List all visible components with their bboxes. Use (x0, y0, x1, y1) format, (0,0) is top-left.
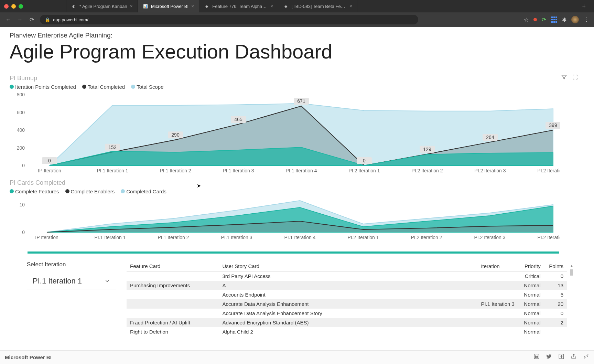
y-tick-label: 0 (22, 229, 25, 235)
browser-tab[interactable]: ◆ Feature 776: Team Alpha Featu × (199, 0, 278, 12)
burnup-chart-svg[interactable]: 0200400600800 0 152 290 465 671 0 129 (10, 92, 560, 174)
browser-menu-icon[interactable]: ⋮ (584, 17, 589, 23)
table-cell: Accurate Data Analysis Enhancement Story (219, 309, 478, 318)
browser-tab[interactable]: ◐ * Agile Program Kanban × (66, 0, 138, 12)
x-tick-label: IP Iteration (38, 168, 61, 173)
profile-avatar-icon[interactable] (571, 16, 579, 23)
scroll-thumb[interactable] (570, 269, 573, 276)
feature-table[interactable]: Feature CardUser Story CardIterationPrio… (127, 261, 567, 336)
new-tab-button[interactable]: + (578, 3, 590, 10)
svg-text:152: 152 (108, 144, 117, 150)
scroll-up-icon[interactable]: ▴ (571, 263, 573, 268)
table-row[interactable]: Accurate Data Analysis EnhancementPI.1 I… (127, 299, 567, 309)
x-tick-label: PI.2 Iteration 3 (474, 168, 506, 173)
twitter-share-icon[interactable] (546, 353, 552, 361)
extension-indicator-icon[interactable] (533, 18, 537, 21)
data-label: 671 (294, 98, 309, 105)
footer-page-tab[interactable]: Microsoft Power BI (5, 354, 52, 360)
table-header-cell[interactable]: Iteration (477, 261, 518, 271)
share-icon[interactable] (571, 353, 577, 361)
browser-tab[interactable]: ◆ [TBD-583] Team Beta Feature × (278, 0, 357, 12)
legend-label: Completed Cards (126, 189, 166, 194)
cards-chart-svg[interactable]: 010IP IterationPI.1 Iteration 1PI.1 Iter… (10, 196, 560, 241)
tab-favicon: ⋯ (56, 3, 60, 9)
viz-pi-cards[interactable]: PI Cards Completed Complete FeaturesComp… (10, 179, 584, 241)
table-cell (477, 318, 518, 327)
table-cell: Normal (518, 290, 544, 299)
table-scrollbar[interactable]: ▴ ▾ (569, 263, 574, 276)
svg-text:399: 399 (549, 122, 557, 128)
window-minimize-dot[interactable] (11, 4, 16, 9)
accent-divider (28, 251, 559, 254)
svg-text:290: 290 (171, 132, 180, 138)
table-row[interactable]: 3rd Party API AccessCritical0 (127, 271, 567, 281)
table-cell: Critical (518, 271, 544, 281)
table-row[interactable]: Purchasing ImprovementsANormal13 (127, 281, 567, 290)
data-label: 0 (42, 157, 57, 164)
table-cell (477, 290, 518, 299)
slicer-value: PI.1 Iteration 1 (33, 277, 82, 286)
table-cell: Accurate Data Analysis Enhancement (219, 299, 478, 309)
legend-item[interactable]: Complete Features (10, 189, 59, 194)
table-cell (127, 290, 219, 299)
table-cell: Purchasing Improvements (127, 281, 219, 290)
x-tick-label: PI.2 Iteration 4 (537, 168, 560, 173)
legend-item[interactable]: Total Scope (131, 84, 163, 90)
nav-reload-icon[interactable]: ⟳ (28, 17, 35, 23)
table-row[interactable]: Accounts EndpointNormal5 (127, 290, 567, 299)
linkedin-share-icon[interactable] (533, 353, 540, 361)
report-overline: Planview Enterprise Agile Planning: (10, 32, 584, 39)
tab-close-icon[interactable]: × (191, 3, 194, 9)
data-label: 264 (483, 134, 498, 141)
address-url: app.powerbi.com/ (53, 17, 88, 22)
svg-text:0: 0 (363, 158, 366, 163)
window-close-dot[interactable] (4, 4, 9, 9)
table-cell: Advanced Encryption Standard (AES) (219, 318, 478, 327)
tab-close-icon[interactable]: × (270, 3, 273, 9)
browser-tab[interactable]: ⋯ (36, 0, 51, 12)
table-header-cell[interactable]: User Story Card (219, 261, 478, 271)
browser-tab[interactable]: 📊 Microsoft Power BI × (138, 0, 199, 12)
nav-back-icon[interactable]: ← (5, 17, 12, 23)
tab-close-icon[interactable]: × (349, 3, 352, 9)
slicer-dropdown[interactable]: PI.1 Iteration 1 (27, 273, 116, 289)
table-cell: Normal (518, 318, 544, 327)
window-zoom-dot[interactable] (19, 4, 23, 9)
table-cell: A (219, 281, 478, 290)
address-omnibox[interactable]: 🔒 app.powerbi.com/ (40, 15, 418, 24)
legend-item[interactable]: Total Completed (82, 84, 125, 90)
bookmark-star-icon[interactable]: ☆ (524, 17, 529, 23)
legend-item[interactable]: Completed Cards (121, 189, 166, 194)
table-header-cell[interactable]: Priority (518, 261, 544, 271)
table-header-cell[interactable]: Points (544, 261, 567, 271)
fullscreen-icon[interactable] (583, 353, 589, 361)
facebook-share-icon[interactable] (558, 353, 564, 361)
extensions-puzzle-icon[interactable]: ✱ (562, 17, 566, 23)
nav-forward-icon[interactable]: → (17, 17, 23, 23)
report-footer: Microsoft Power BI (0, 350, 594, 364)
legend-item[interactable]: Complete Enablers (65, 189, 115, 194)
table-cell: Accounts Endpoint (219, 290, 478, 299)
slicer-label: Select Iteration (27, 261, 116, 268)
legend-swatch (131, 85, 135, 89)
tab-close-icon[interactable]: × (130, 3, 133, 9)
focus-mode-icon[interactable] (572, 74, 578, 82)
x-tick-label: PI.2 Iteration 3 (474, 235, 505, 240)
table-row[interactable]: Fraud Protection / AI UpliftAdvanced Enc… (127, 318, 567, 327)
y-tick-label: 10 (19, 202, 25, 207)
legend-swatch (82, 85, 86, 89)
tab-favicon: ◐ (71, 3, 77, 9)
table-header-cell[interactable]: Feature Card (127, 261, 219, 271)
x-tick-label: PI.1 Iteration 3 (221, 235, 252, 240)
filter-icon[interactable] (561, 74, 567, 82)
lock-icon: 🔒 (45, 17, 50, 22)
iteration-slicer[interactable]: Select Iteration PI.1 Iteration 1 (27, 261, 116, 336)
extension-icon-2[interactable]: ⟳ (542, 17, 546, 23)
viz-title: PI Burnup (10, 75, 584, 82)
table-row[interactable]: Accurate Data Analysis Enhancement Story… (127, 309, 567, 318)
viz-pi-burnup[interactable]: PI Burnup Iteration Points CompletedTota… (10, 75, 584, 174)
browser-tab[interactable]: ⋯ (51, 0, 66, 12)
legend-item[interactable]: Iteration Points Completed (10, 84, 76, 90)
apps-grid-icon[interactable] (551, 17, 557, 23)
data-label: 0 (357, 157, 372, 164)
